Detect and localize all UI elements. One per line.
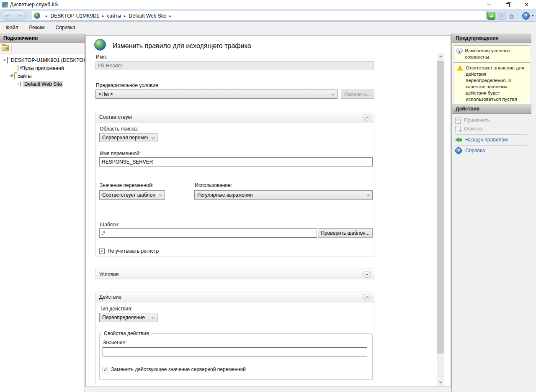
menu-bar: Файл Режим Справка [0, 22, 536, 33]
action-section-header[interactable]: Действие [96, 292, 374, 302]
expand-section-button[interactable] [363, 271, 371, 278]
site-globe-icon [34, 13, 40, 19]
collapse-section-button[interactable] [363, 294, 371, 300]
variable-value-select[interactable]: Соответствует шаблону [99, 190, 165, 200]
action-value-input[interactable] [103, 347, 367, 356]
tree-item-default-web-site[interactable]: Default Web Site [0, 80, 85, 88]
right-pane: Предупреждения i Изменения успешно сохра… [451, 33, 536, 392]
page-globe-icon [94, 39, 106, 51]
chevron-down-icon [365, 272, 368, 275]
variable-name-input[interactable] [99, 157, 373, 167]
actions-divider [455, 145, 527, 146]
help-dropdown-caret-icon[interactable]: ▾ [532, 14, 533, 18]
tree-item-app-pools[interactable]: Пулы приложений [0, 64, 85, 72]
action-type-select[interactable]: Переопределение [99, 313, 157, 322]
conditions-section-header[interactable]: Условия [96, 269, 374, 279]
scope-label: Область поиска: [100, 126, 138, 132]
toolbar-divider [519, 12, 519, 19]
back-icon[interactable]: ← [5, 13, 10, 19]
tree-item-label[interactable]: Пулы приложений [20, 65, 65, 72]
content-area: Подключения DESKTOP-U1MK9D1 (DESKTOP Пул… [0, 33, 536, 392]
help-label[interactable]: Справка [465, 148, 485, 154]
name-label: Имя: [96, 54, 107, 60]
connections-tree: DESKTOP-U1MK9D1 (DESKTOP Пулы приложений… [0, 54, 85, 88]
replace-value-checkbox-row[interactable]: ✓ Заменить действующее значение серверно… [103, 366, 246, 372]
scroll-up-icon[interactable] [437, 53, 444, 60]
home-icon[interactable]: ⌂ [508, 12, 516, 20]
tree-item-sites[interactable]: сайты [0, 72, 85, 80]
cancel-button: ✕ Отмена [455, 125, 482, 133]
menu-file[interactable]: Файл [6, 25, 18, 31]
action-section: Действие Тип действия: Переопределение С… [95, 292, 374, 385]
checkbox-checked-icon[interactable]: ✓ [103, 367, 108, 372]
precondition-select[interactable]: <Нет> [95, 90, 338, 99]
forward-icon[interactable]: → [18, 13, 22, 19]
nav-buttons: ← → [2, 10, 26, 20]
edit-precondition-button[interactable]: Изменить... [341, 90, 374, 99]
vertical-scrollbar[interactable] [437, 53, 444, 386]
scope-select[interactable]: Серверная переменн [99, 133, 157, 142]
tree-item-label[interactable]: Default Web Site [23, 81, 63, 87]
refresh-icon[interactable]: ⇄ [487, 12, 495, 20]
close-button[interactable]: ✕ [517, 0, 536, 9]
ignore-case-checkbox-row[interactable]: ✓ Не учитывать регистр [99, 248, 159, 254]
breadcrumb-item-sites[interactable]: сайты [107, 13, 121, 19]
app-pools-icon [18, 65, 18, 72]
warning-icon: ! [456, 65, 464, 71]
scrollbar-thumb[interactable] [437, 61, 444, 354]
chevron-up-icon [365, 116, 368, 119]
sites-folder-icon [14, 73, 15, 79]
using-select[interactable]: Регулярные выражения [194, 190, 373, 200]
back-to-rules-label[interactable]: Назад к правилам [465, 137, 508, 143]
conditions-section: Условия [95, 269, 374, 279]
name-input [95, 61, 374, 70]
precondition-label: Предварительное условие: [96, 82, 160, 88]
menu-view[interactable]: Режим [29, 25, 45, 31]
pattern-input[interactable] [99, 228, 317, 238]
feature-page: Изменить правило для исходящего трафика … [85, 35, 451, 387]
tree-item-server[interactable]: DESKTOP-U1MK9D1 (DESKTOP [0, 56, 85, 64]
action-properties-legend: Свойства действия [102, 331, 150, 336]
title-bar: Диспетчер служб IIS ✕ [0, 0, 536, 9]
chevron-down-icon [152, 136, 155, 139]
back-arrow-icon [455, 137, 462, 142]
scroll-down-icon[interactable] [437, 379, 444, 386]
connections-header: Подключения [0, 33, 85, 43]
restore-button[interactable] [498, 0, 517, 9]
using-label: Использование: [195, 182, 232, 188]
toolbar-divider [11, 45, 12, 51]
tree-item-label[interactable]: сайты [16, 73, 33, 79]
breadcrumb-item-site[interactable]: Default Web Site [129, 13, 167, 19]
checkbox-checked-icon[interactable]: ✓ [99, 249, 105, 254]
help-link[interactable]: ? Справка [455, 147, 485, 154]
pattern-label: Шаблон: [100, 222, 120, 228]
test-pattern-button[interactable]: Проверить шаблон... [318, 228, 373, 238]
match-section: Соответствует Область поиска: Серверная … [95, 112, 374, 256]
back-to-rules-link[interactable]: Назад к правилам [455, 136, 508, 143]
chevron-right-icon[interactable] [16, 82, 19, 85]
match-section-header[interactable]: Соответствует [96, 112, 374, 123]
breadcrumb[interactable]: ▸ DESKTOP-U1MK9D1 ▸ сайты ▸ Default Web … [32, 11, 487, 20]
apply-label: Применить [464, 118, 490, 123]
minimize-button[interactable] [479, 0, 498, 9]
tree-item-label[interactable]: DESKTOP-U1MK9D1 (DESKTOP [10, 57, 85, 64]
chevron-down-icon [152, 316, 155, 319]
apply-button: ✓ Применить [455, 117, 490, 124]
help-icon[interactable]: ? [522, 12, 530, 20]
window-title: Диспетчер служб IIS [10, 2, 58, 8]
alert-text: Изменения успешно сохранены. [465, 48, 528, 60]
minimize-icon [487, 5, 491, 5]
action-properties-group: Свойства действия Значение: ✓ Заменить д… [99, 331, 373, 380]
stop-icon[interactable]: ✕ [497, 12, 505, 20]
cancel-label: Отмена [464, 126, 482, 132]
cancel-icon: ✕ [455, 126, 461, 132]
address-bar: ← → ▸ DESKTOP-U1MK9D1 ▸ сайты ▸ Default … [0, 9, 536, 22]
breadcrumb-item-server[interactable]: DESKTOP-U1MK9D1 [51, 13, 99, 19]
menu-help[interactable]: Справка [56, 25, 75, 31]
action-type-label: Тип действия: [100, 306, 132, 312]
help-icon: ? [455, 147, 462, 154]
close-icon: ✕ [524, 2, 528, 8]
create-connection-icon[interactable] [2, 45, 9, 51]
chevron-down-icon[interactable] [3, 58, 6, 61]
collapse-section-button[interactable] [363, 114, 371, 120]
